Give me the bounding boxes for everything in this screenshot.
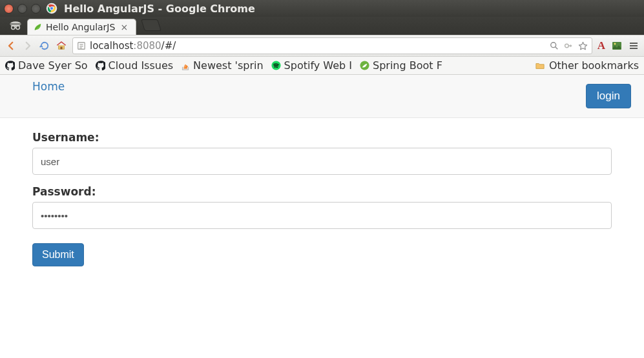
spring-icon — [360, 61, 369, 70]
window-titlebar: Hello AngularJS - Google Chrome — [0, 0, 644, 17]
login-button[interactable]: login — [586, 84, 631, 108]
zoom-icon[interactable] — [550, 41, 559, 50]
tab-title: Hello AngularJS — [46, 22, 115, 32]
bookmark-item-1[interactable]: Dave Syer So — [5, 59, 88, 72]
svg-rect-16 — [630, 43, 638, 44]
browser-toolbar: localhost:8080/#/ A — [0, 35, 644, 57]
bookmark-label: Spotify Web I — [284, 59, 352, 72]
github-icon — [5, 61, 15, 70]
url-port: :8080 — [133, 40, 161, 52]
submit-button[interactable]: Submit — [32, 243, 84, 266]
extension-a-icon[interactable]: A — [597, 39, 605, 52]
leaf-favicon — [33, 23, 42, 32]
password-input[interactable] — [32, 202, 612, 229]
svg-point-12 — [550, 43, 556, 48]
other-bookmarks[interactable]: Other bookmarks — [535, 59, 639, 72]
chrome-menu-icon[interactable] — [628, 41, 639, 51]
stackoverflow-icon — [181, 61, 190, 70]
svg-rect-17 — [630, 45, 638, 46]
browser-tab[interactable]: Hello AngularJS × — [27, 19, 136, 35]
bookmark-label: Newest 'sprin — [193, 59, 264, 72]
bookmark-label: Dave Syer So — [18, 59, 88, 72]
tab-close-icon[interactable]: × — [119, 22, 129, 32]
other-bookmarks-label: Other bookmarks — [549, 59, 639, 72]
site-info-icon[interactable] — [77, 41, 86, 50]
svg-rect-11 — [79, 48, 82, 48]
key-icon[interactable] — [564, 41, 573, 50]
spotify-icon — [271, 61, 281, 70]
bookmark-label: Spring Boot F — [373, 59, 442, 72]
svg-rect-10 — [79, 46, 83, 46]
back-button[interactable] — [5, 40, 17, 52]
github-icon — [96, 61, 105, 70]
incognito-icon — [4, 17, 27, 35]
forward-button[interactable] — [22, 40, 34, 52]
tab-strip: Hello AngularJS × — [0, 17, 644, 35]
bookmarks-bar: Dave Syer So Cloud Issues Newest 'sprin … — [0, 57, 644, 75]
username-label: Username: — [32, 131, 612, 144]
url-host: localhost — [90, 40, 133, 52]
address-bar-right — [550, 41, 588, 51]
address-bar[interactable]: localhost:8080/#/ — [72, 37, 592, 54]
new-tab-button[interactable] — [141, 19, 161, 31]
extension-picture-icon[interactable] — [612, 41, 622, 51]
login-form: Username: Password: Submit — [0, 118, 644, 279]
toolbar-extensions: A — [597, 39, 639, 52]
reload-button[interactable] — [39, 40, 50, 52]
home-button[interactable] — [56, 40, 67, 52]
window-buttons — [4, 4, 41, 14]
folder-icon — [535, 61, 545, 70]
username-input[interactable] — [32, 148, 612, 175]
svg-point-15 — [614, 43, 616, 45]
svg-rect-18 — [630, 48, 638, 49]
bookmark-label: Cloud Issues — [109, 59, 174, 72]
bookmark-item-3[interactable]: Newest 'sprin — [181, 59, 264, 72]
star-icon[interactable] — [578, 41, 588, 51]
svg-rect-4 — [10, 23, 21, 25]
window-maximize-button[interactable] — [31, 4, 41, 14]
url-path: /#/ — [161, 40, 176, 52]
bookmark-item-4[interactable]: Spotify Web I — [271, 59, 352, 72]
window-title: Hello AngularJS - Google Chrome — [64, 3, 255, 15]
bookmark-item-5[interactable]: Spring Boot F — [360, 59, 442, 72]
home-link[interactable]: Home — [32, 80, 65, 93]
password-label: Password: — [32, 185, 612, 198]
bookmark-item-2[interactable]: Cloud Issues — [96, 59, 174, 72]
window-close-button[interactable] — [4, 4, 14, 14]
svg-point-13 — [565, 44, 568, 48]
svg-rect-7 — [61, 47, 63, 50]
svg-rect-9 — [79, 44, 83, 45]
url-text: localhost:8080/#/ — [90, 40, 176, 52]
window-minimize-button[interactable] — [17, 4, 27, 14]
chrome-app-icon — [46, 3, 57, 14]
app-navbar: Home login — [0, 75, 644, 118]
